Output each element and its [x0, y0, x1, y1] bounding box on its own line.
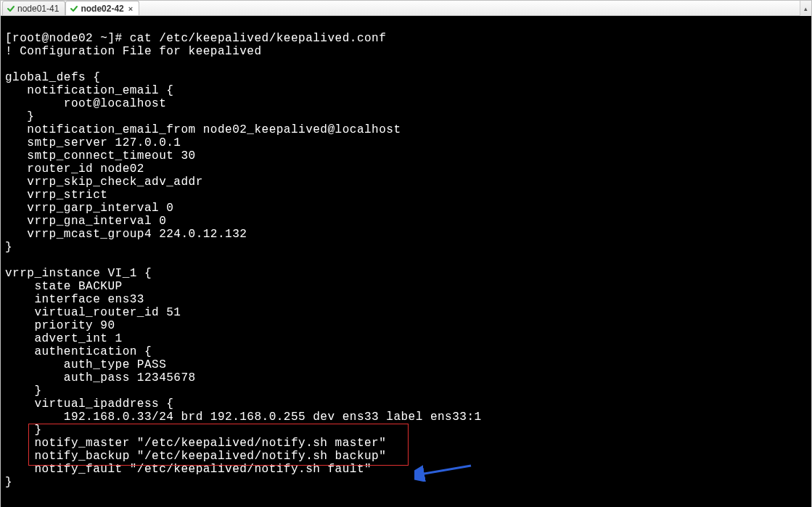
terminal-line: interface ens33	[5, 293, 144, 306]
terminal-line: ! Configuration File for keepalived	[5, 45, 262, 58]
check-icon	[7, 5, 15, 12]
terminal-line: root@localhost	[5, 97, 166, 110]
terminal-line: 192.168.0.33/24 brd 192.168.0.255 dev en…	[5, 411, 482, 424]
terminal-line: priority 90	[5, 319, 115, 332]
terminal-line: }	[5, 110, 34, 123]
terminal-line: }	[5, 384, 42, 397]
terminal-line: state BACKUP	[5, 280, 123, 293]
terminal-line: notify_backup "/etc/keepalived/notify.sh…	[5, 450, 386, 463]
arrow-annotation	[414, 434, 472, 507]
terminal-line: }	[5, 476, 12, 489]
terminal-line: smtp_server 127.0.0.1	[5, 136, 181, 149]
terminal-line: notification_email_from node02_keepalive…	[5, 123, 401, 136]
terminal-line: vrrp_mcast_group4 224.0.12.132	[5, 228, 247, 241]
terminal-line: notify_master "/etc/keepalived/notify.sh…	[5, 437, 386, 450]
close-icon[interactable]: ×	[128, 4, 133, 13]
terminal-line: router_id node02	[5, 162, 144, 176]
check-icon	[70, 5, 78, 12]
chevron-up-icon: ▴	[804, 5, 808, 12]
terminal-line: [root@node02 ~]# cat /etc/keepalived/kee…	[5, 32, 386, 45]
terminal-line: vrrp_garp_interval 0	[5, 202, 173, 215]
tab-label: node02-42	[81, 4, 123, 14]
svg-line-1	[420, 466, 471, 474]
terminal-line: auth_type PASS	[5, 358, 166, 371]
terminal[interactable]: [root@node02 ~]# cat /etc/keepalived/kee…	[1, 16, 811, 507]
tab-label: node01-41	[17, 4, 59, 14]
terminal-line: auth_pass 12345678	[5, 371, 196, 384]
terminal-line: vrrp_instance VI_1 {	[5, 267, 152, 280]
terminal-line: advert_int 1	[5, 332, 123, 345]
tab-scroll-up[interactable]: ▴	[800, 1, 811, 17]
terminal-line: vrrp_gna_interval 0	[5, 215, 166, 228]
terminal-line: notify_fault "/etc/keepalived/notify.sh …	[5, 463, 372, 476]
terminal-line: vrrp_skip_check_adv_addr	[5, 176, 203, 189]
terminal-line: global_defs {	[5, 71, 100, 84]
terminal-line: }	[5, 424, 42, 437]
terminal-line: smtp_connect_timeout 30	[5, 149, 196, 162]
terminal-line: virtual_ipaddress {	[5, 397, 173, 411]
tab-bar: node01-41 node02-42 × ▴	[1, 1, 811, 16]
app-window: node01-41 node02-42 × ▴ [root@node02 ~]#…	[0, 0, 812, 507]
terminal-line: }	[5, 241, 12, 254]
terminal-line: vrrp_strict	[5, 189, 107, 202]
terminal-line: notification_email {	[5, 84, 173, 97]
tab-node01-41[interactable]: node01-41	[2, 1, 65, 15]
tab-node02-42[interactable]: node02-42 ×	[65, 1, 139, 15]
terminal-line: virtual_router_id 51	[5, 306, 181, 319]
terminal-line: authentication {	[5, 345, 152, 358]
